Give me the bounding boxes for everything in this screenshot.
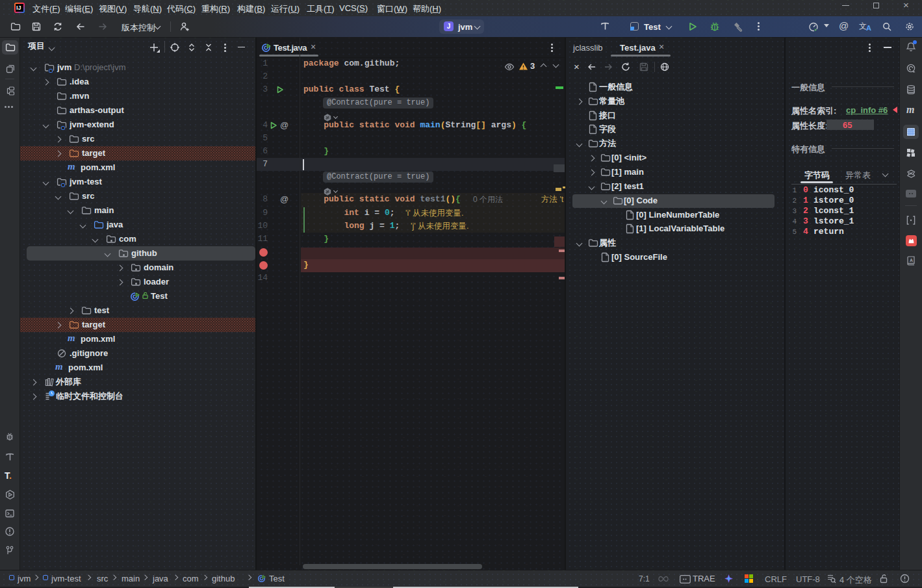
- svg-text:A: A: [910, 258, 913, 262]
